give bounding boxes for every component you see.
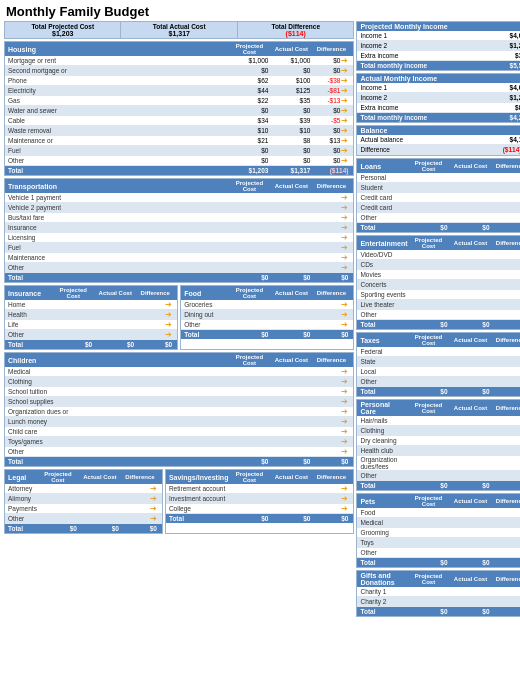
arrow-icon: ➔: [341, 377, 348, 386]
arrow-icon: ➔: [341, 427, 348, 436]
list-item: Income 1 $4,000: [357, 31, 520, 41]
table-row: Waste removal $10 $10 $0➔: [5, 126, 353, 136]
arrow-icon: ➔: [341, 263, 348, 272]
table-row: Water and sewer $0 $0 $0➔: [5, 106, 353, 116]
taxes-section: Taxes Projected Cost Actual Cost Differe…: [356, 332, 520, 397]
transport-section: Transportation Projected Cost Actual Cos…: [4, 178, 354, 283]
food-header: Food Projected Cost Actual Cost Differen…: [181, 286, 353, 300]
table-row: School tuition ➔: [5, 387, 353, 397]
table-row: Grooming ➔: [357, 528, 520, 538]
personal-total: Total $0 $0 $0: [357, 481, 520, 490]
pets-section: Pets Projected Cost Actual Cost Differen…: [356, 493, 520, 568]
table-row: Medical ➔: [357, 518, 520, 528]
pets-header: Pets Projected Cost Actual Cost Differen…: [357, 494, 520, 508]
table-row: Lunch money ➔: [5, 417, 353, 427]
table-row: Concerts ➔: [357, 280, 520, 290]
table-row: Other ➔: [5, 447, 353, 457]
arrow-icon: ➔: [341, 203, 348, 212]
table-row: Video/DVD ➔: [357, 250, 520, 260]
arrow-icon: ➔: [341, 437, 348, 446]
arrow-icon: ➔: [341, 76, 348, 85]
table-row: Other ➔: [357, 471, 520, 481]
table-row: College ➔: [166, 504, 354, 514]
table-row: Gas $22 $35 -$13➔: [5, 96, 353, 106]
balance-section: Balance Actual balance $4,183 Difference…: [356, 125, 520, 156]
table-row: Toys/games ➔: [5, 437, 353, 447]
table-row: Personal ➔: [357, 173, 520, 183]
table-row: Dining out ➔: [181, 310, 353, 320]
loans-section: Loans Projected Cost Actual Cost Differe…: [356, 158, 520, 233]
table-row: Medical ➔: [5, 367, 353, 377]
table-row: Organization dues/fees ➔: [357, 456, 520, 471]
table-row: Cable $34 $39 -$5➔: [5, 116, 353, 126]
arrow-icon: ➔: [341, 56, 348, 65]
insurance-header: Insurance Projected Cost Actual Cost Dif…: [5, 286, 177, 300]
arrow-icon: ➔: [341, 193, 348, 202]
arrow-icon: ➔: [341, 213, 348, 222]
table-row: Vehicle 1 payment ➔: [5, 193, 353, 203]
list-item: Extra income $300: [357, 51, 520, 61]
taxes-header: Taxes Projected Cost Actual Cost Differe…: [357, 333, 520, 347]
food-section: Food Projected Cost Actual Cost Differen…: [180, 285, 354, 350]
table-row: CDs ➔: [357, 260, 520, 270]
personal-header: Personal Care Projected Cost Actual Cost…: [357, 400, 520, 416]
summary-actual: Total Actual Cost $1,317: [121, 22, 237, 38]
housing-header: Housing Projected Cost Actual Cost Diffe…: [5, 42, 353, 56]
arrow-icon: ➔: [150, 494, 157, 503]
children-section: Children Projected Cost Actual Cost Diff…: [4, 352, 354, 467]
arrow-icon: ➔: [341, 253, 348, 262]
arrow-icon: ➔: [165, 330, 172, 339]
arrow-icon: ➔: [341, 484, 348, 493]
transport-total: Total $0 $0 $0: [5, 273, 353, 282]
table-row: Investment account ➔: [166, 494, 354, 504]
arrow-icon: ➔: [341, 417, 348, 426]
housing-total: Total $1,203 $1,317 ($114): [5, 166, 353, 175]
table-row: Phone $62 $100 -$38➔: [5, 76, 353, 86]
arrow-icon: ➔: [341, 320, 348, 329]
table-row: Other $0 $0 $0➔: [5, 156, 353, 166]
transport-header: Transportation Projected Cost Actual Cos…: [5, 179, 353, 193]
table-row: Second mortgage or $0 $0 $0➔: [5, 66, 353, 76]
table-row: Health ➔: [5, 310, 177, 320]
table-row: Charity 2 ➔: [357, 597, 520, 607]
proj-income-total: Total monthly income $5,500: [357, 61, 520, 70]
arrow-icon: ➔: [341, 494, 348, 503]
charity-total: Total $0 $0 $0: [357, 607, 520, 616]
list-item: Income 2 $1,200: [357, 93, 520, 103]
table-row: Other ➔: [5, 514, 162, 524]
arrow-icon: ➔: [341, 447, 348, 456]
table-row: Student ➔: [357, 183, 520, 193]
arrow-icon: ➔: [165, 310, 172, 319]
arrow-icon: ➔: [150, 504, 157, 513]
act-income-total: Total monthly income $4,297: [357, 113, 520, 122]
arrow-icon: ➔: [341, 156, 348, 165]
arrow-icon: ➔: [341, 96, 348, 105]
arrow-icon: ➔: [150, 484, 157, 493]
table-row: Life ➔: [5, 320, 177, 330]
table-row: Insurance ➔: [5, 223, 353, 233]
table-row: Child care ➔: [5, 427, 353, 437]
savings-section: Savings/Investing Projected Cost Actual …: [165, 469, 355, 534]
table-row: Health club ➔: [357, 446, 520, 456]
table-row: Mortgage or rent $1,000 $1,000 $0➔: [5, 56, 353, 66]
savings-header: Savings/Investing Projected Cost Actual …: [166, 470, 354, 484]
arrow-icon: ➔: [341, 126, 348, 135]
arrow-icon: ➔: [341, 233, 348, 242]
table-row: Credit card ➔: [357, 193, 520, 203]
charity-header: Gifts and Donations Projected Cost Actua…: [357, 571, 520, 587]
summary-diff: Total Difference ($114): [238, 22, 353, 38]
loans-header: Loans Projected Cost Actual Cost Differe…: [357, 159, 520, 173]
arrow-icon: ➔: [341, 146, 348, 155]
summary-bar: Total Projected Cost $1,203 Total Actual…: [4, 21, 354, 39]
table-row: Sporting events ➔: [357, 290, 520, 300]
table-row: Attorney ➔: [5, 484, 162, 494]
table-row: Alimony ➔: [5, 494, 162, 504]
actual-income-section: Actual Monthly Income Income 1 $4,000 In…: [356, 73, 520, 123]
arrow-icon: ➔: [341, 223, 348, 232]
table-row: Clothing ➔: [357, 426, 520, 436]
arrow-icon: ➔: [150, 514, 157, 523]
table-row: School supplies ➔: [5, 397, 353, 407]
table-row: Federal ➔: [357, 347, 520, 357]
arrow-icon: ➔: [341, 367, 348, 376]
balance-row: Actual balance $4,183: [357, 135, 520, 145]
